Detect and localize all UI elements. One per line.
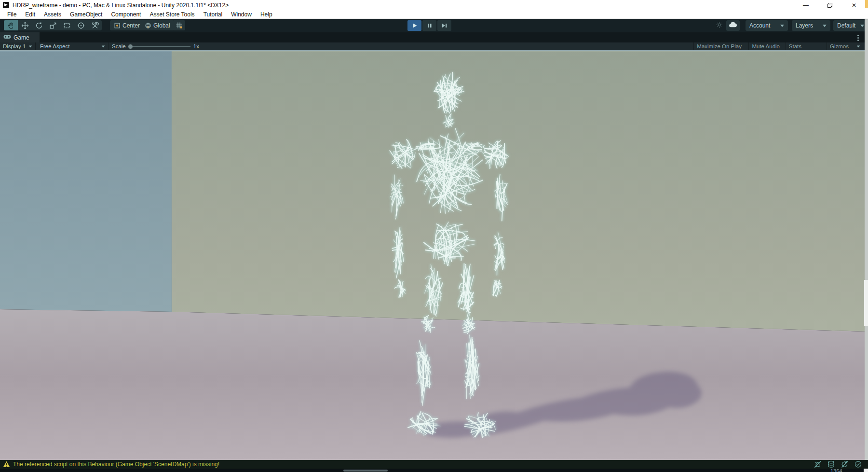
sun-icon[interactable] <box>713 20 725 31</box>
transform-tool-icon <box>77 22 85 29</box>
pivot-toggle-button[interactable]: Center <box>110 20 144 30</box>
grid-snap-button[interactable] <box>173 20 185 30</box>
scale-slider-knob[interactable] <box>128 44 133 49</box>
move-tool-button[interactable] <box>18 20 32 30</box>
display-dropdown[interactable]: Display 1 <box>0 42 36 50</box>
menu-item-asset-store-tools[interactable]: Asset Store Tools <box>145 10 199 19</box>
play-button[interactable] <box>407 20 421 31</box>
scale-slider[interactable] <box>129 46 190 47</box>
menu-item-edit[interactable]: Edit <box>21 10 40 19</box>
gizmos-dropdown[interactable]: Gizmos <box>827 42 863 50</box>
mute-label: Mute Audio <box>752 43 780 49</box>
vertical-scrollbar[interactable] <box>865 19 868 469</box>
menu-item-gameobject[interactable]: GameObject <box>66 10 107 19</box>
vertical-scrollbar-thumb[interactable] <box>864 280 868 326</box>
menu-bar: FileEditAssetsGameObjectComponentAsset S… <box>0 10 868 19</box>
bottom-strip: 1364 <box>0 469 868 472</box>
layout-label: Default <box>837 22 855 29</box>
maximize-label: Maximize On Play <box>697 43 742 49</box>
cache-server-icon[interactable] <box>827 460 835 468</box>
main-toolbar: Center Global Account Layers Default <box>0 19 868 32</box>
menu-item-component[interactable]: Component <box>107 10 145 19</box>
center-pivot-icon <box>114 22 121 29</box>
chevron-down-icon <box>823 25 827 27</box>
gamepad-icon <box>3 34 11 41</box>
chevron-down-icon <box>780 25 784 27</box>
cloud-icon <box>729 21 737 30</box>
custom-tool-button[interactable] <box>88 20 102 30</box>
mute-audio-toggle[interactable]: Mute Audio <box>748 42 783 50</box>
minimize-icon[interactable]: — <box>800 0 811 10</box>
unity-logo-icon <box>3 2 9 8</box>
playmode-controls <box>407 20 451 31</box>
progress-check-icon[interactable] <box>854 460 862 468</box>
step-button[interactable] <box>437 20 451 31</box>
corner-sliver <box>865 0 868 8</box>
bug-disabled-icon[interactable] <box>814 460 822 468</box>
console-warning-text: The referenced script on this Behaviour … <box>13 461 219 468</box>
status-bar[interactable]: The referenced script on this Behaviour … <box>0 460 868 469</box>
back-wall <box>172 51 868 332</box>
rect-tool-button[interactable] <box>60 20 74 30</box>
scale-tool-icon <box>49 22 57 29</box>
custom-tool-icon <box>91 22 99 29</box>
menu-item-assets[interactable]: Assets <box>40 10 66 19</box>
cloud-services-button[interactable] <box>726 20 740 31</box>
refresh-disabled-icon[interactable] <box>841 460 849 468</box>
chevron-down-icon <box>29 45 32 47</box>
rotate-tool-icon <box>35 22 43 29</box>
scale-control: Scale 1x <box>109 42 202 50</box>
tab-row: Game <box>0 32 868 42</box>
layers-label: Layers <box>796 22 813 29</box>
chevron-down-icon <box>857 45 860 47</box>
scale-value: 1x <box>193 43 199 49</box>
display-label: Display 1 <box>3 43 26 49</box>
account-label: Account <box>749 22 770 29</box>
horizontal-scrollbar-thumb[interactable] <box>343 470 388 472</box>
chevron-down-icon <box>860 25 864 27</box>
grid-snap-icon <box>176 22 183 29</box>
pause-button[interactable] <box>422 20 436 31</box>
menu-item-help[interactable]: Help <box>256 10 277 19</box>
rotation-label: Global <box>153 22 170 29</box>
gizmos-label: Gizmos <box>830 43 849 49</box>
rotation-toggle-button[interactable]: Global <box>141 20 174 30</box>
move-tool-icon <box>21 22 29 29</box>
aspect-label: Free Aspect <box>40 43 69 49</box>
game-scene <box>0 51 868 460</box>
scale-label: Scale <box>112 43 126 49</box>
clipped-count-text: 1364 <box>830 469 842 472</box>
restore-icon[interactable] <box>825 0 835 10</box>
menu-item-tutorial[interactable]: Tutorial <box>199 10 227 19</box>
rect-tool-icon <box>63 22 71 29</box>
left-wall <box>0 51 172 312</box>
scale-tool-button[interactable] <box>46 20 60 30</box>
chevron-down-icon <box>102 45 105 47</box>
game-viewport[interactable] <box>0 51 868 460</box>
game-tab-label: Game <box>14 34 29 41</box>
stats-toggle[interactable]: Stats <box>786 42 804 50</box>
aspect-dropdown[interactable]: Free Aspect <box>37 42 108 50</box>
maximize-on-play-toggle[interactable]: Maximize On Play <box>693 42 745 50</box>
hand-tool-button[interactable] <box>4 20 18 30</box>
transform-tool-group <box>4 20 102 30</box>
warning-icon <box>3 461 10 468</box>
tab-game[interactable]: Game <box>0 32 40 42</box>
menu-item-file[interactable]: File <box>3 10 21 19</box>
layout-dropdown[interactable]: Default <box>833 20 865 31</box>
floor <box>0 309 868 460</box>
pivot-label: Center <box>122 22 140 29</box>
account-dropdown[interactable]: Account <box>746 20 788 31</box>
layers-dropdown[interactable]: Layers <box>792 20 830 31</box>
game-view-toolbar: Display 1 Free Aspect Scale 1x Maximize … <box>0 42 868 51</box>
title-bar: HDRP_wireframe - demo - PC, Mac & Linux … <box>0 0 868 10</box>
global-axis-icon <box>145 22 151 29</box>
transform-tool-button[interactable] <box>74 20 88 30</box>
window-title: HDRP_wireframe - demo - PC, Mac & Linux … <box>13 2 229 9</box>
rotate-tool-button[interactable] <box>32 20 46 30</box>
menu-item-window[interactable]: Window <box>227 10 256 19</box>
close-icon[interactable]: ✕ <box>849 0 859 10</box>
kebab-menu-icon[interactable] <box>854 34 861 42</box>
hand-tool-icon <box>7 22 15 29</box>
stats-label: Stats <box>789 43 801 49</box>
